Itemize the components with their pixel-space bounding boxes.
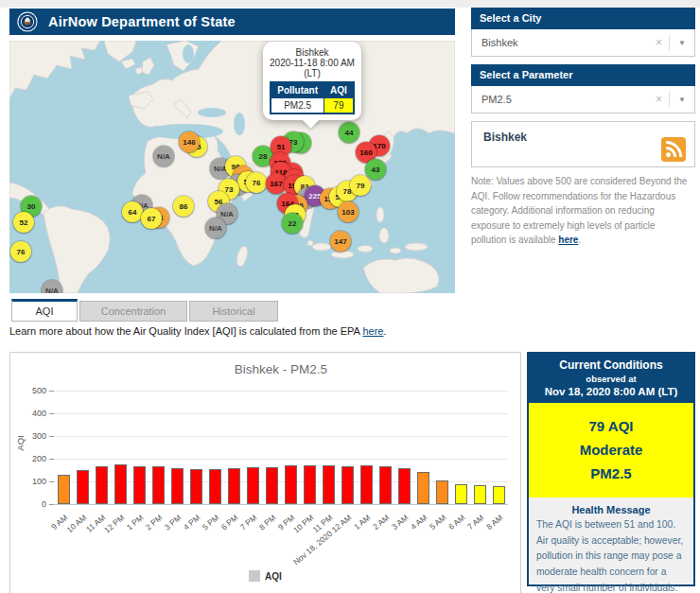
tab-historical[interactable]: Historical — [189, 301, 278, 322]
chart-bar — [304, 465, 316, 504]
rss-icon[interactable] — [661, 137, 686, 162]
chart-bar — [171, 468, 184, 504]
note-here-link[interactable]: here — [558, 235, 578, 245]
chart-bar — [323, 465, 335, 504]
aqi-marker[interactable]: 44 — [339, 122, 359, 143]
city-chevron-down-icon[interactable]: ▼ — [670, 39, 694, 47]
y-tick-mark — [49, 436, 54, 437]
chart-bar — [190, 469, 202, 504]
parameter-chevron-down-icon[interactable]: ▼ — [670, 96, 694, 104]
aqi-marker[interactable]: 67 — [141, 208, 162, 229]
chart-bar — [114, 464, 127, 504]
chart-bar — [228, 468, 240, 504]
aqi-marker[interactable]: 86 — [173, 196, 194, 217]
note-after: . — [578, 235, 581, 245]
aqi-chart-panel: Bishkek - PM2.5 AQI 01002003004005009 AM… — [9, 352, 521, 593]
page-top-margin — [0, 0, 700, 8]
chart-bar — [417, 472, 429, 504]
popup-col-aqi: AQI — [324, 82, 354, 98]
rss-city-label: Bishkek — [483, 131, 527, 144]
city-clear-icon[interactable]: × — [649, 36, 669, 49]
chart-bar — [398, 468, 411, 504]
select-city-header: Select a City — [471, 8, 695, 29]
select-parameter-panel: Select a Parameter PM2.5 × ▼ — [471, 64, 695, 113]
parameter-select-value: PM2.5 — [472, 94, 649, 105]
aqi-marker[interactable]: 64 — [122, 201, 143, 222]
tab-bar: AQI Concentration Historical — [11, 299, 280, 322]
aqi-marker[interactable]: 76 — [246, 172, 267, 193]
map-canvas[interactable]: 55146N/A305276N/AN/A64166786N/A98114N/A5… — [9, 41, 455, 293]
health-message-title: Health Message — [529, 504, 693, 515]
gridline — [54, 504, 508, 505]
dept-of-state-seal-icon — [17, 11, 38, 32]
legend-swatch — [249, 570, 260, 582]
parameter-clear-icon[interactable]: × — [649, 93, 669, 106]
aqi-marker[interactable]: 22 — [282, 213, 303, 234]
chart-bar — [247, 467, 259, 504]
aqi-marker[interactable]: 52 — [13, 212, 34, 233]
epa-here-link[interactable]: here — [362, 325, 383, 337]
gridline — [54, 436, 508, 437]
city-select[interactable]: Bishkek × ▼ — [471, 29, 695, 57]
y-tick-label: 300 — [18, 431, 46, 441]
chart-bar — [474, 485, 486, 504]
beyond-aqi-note: Note: Values above 500 are considered Be… — [471, 174, 691, 248]
app-header: AirNow Department of State — [9, 9, 455, 35]
tab-concentration[interactable]: Concentration — [79, 301, 187, 322]
y-tick-label: 500 — [18, 386, 46, 395]
learn-more-after: . — [383, 325, 386, 337]
aqi-marker[interactable]: 76 — [10, 241, 31, 262]
popup-datetime: 2020-11-18 8:00 AM — [265, 58, 359, 68]
current-conditions-header: Current Conditions observed at Nov 18, 2… — [529, 354, 693, 403]
y-tick-mark — [49, 391, 54, 392]
chart-bar — [379, 466, 392, 504]
chart-bar — [77, 470, 89, 504]
airnow-page: AirNow Department of State — [0, 0, 700, 593]
legend-label: AQI — [265, 571, 282, 582]
popup-city: Bishkek — [265, 47, 359, 58]
rss-feed-box: Bishkek — [471, 121, 695, 167]
map-popup: Bishkek 2020-11-18 8:00 AM (LT) Pollutan… — [263, 42, 361, 120]
gridline — [54, 459, 508, 460]
gridline — [54, 413, 508, 414]
cc-title: Current Conditions — [531, 358, 691, 372]
cc-aqi-box: 79 AQI Moderate PM2.5 — [529, 403, 693, 497]
aqi-marker[interactable]: N/A — [153, 146, 174, 166]
y-tick-mark — [49, 481, 54, 482]
chart-bar — [96, 466, 108, 504]
chart-bar — [436, 480, 448, 504]
popup-table: Pollutant AQI PM2.5 79 — [270, 81, 355, 114]
cc-category: Moderate — [529, 438, 693, 462]
popup-col-pollutant: Pollutant — [271, 82, 324, 98]
y-tick-mark — [49, 413, 54, 414]
aqi-marker[interactable]: 147 — [330, 231, 351, 252]
chart-bar — [455, 484, 467, 504]
city-select-value: Bishkek — [472, 37, 649, 48]
cc-subtitle: observed at — [531, 374, 691, 384]
aqi-marker[interactable]: 43 — [365, 159, 386, 180]
cc-datetime: Nov 18, 2020 8:00 AM (LT) — [531, 386, 691, 397]
aqi-marker[interactable]: 79 — [350, 175, 371, 196]
chart-plot: 01002003004005009 AM10 AM11 AM12 PM1 PM2… — [10, 353, 520, 593]
y-tick-mark — [49, 504, 54, 505]
aqi-marker[interactable]: 146 — [179, 131, 200, 152]
y-tick-label: 0 — [18, 499, 46, 509]
chart-bar — [133, 466, 146, 504]
y-tick-label: 200 — [18, 454, 46, 463]
page-title: AirNow Department of State — [48, 14, 236, 29]
chart-bar — [360, 465, 373, 504]
cc-pollutant: PM2.5 — [529, 462, 693, 485]
y-tick-label: 400 — [18, 409, 46, 418]
gridline — [54, 391, 508, 392]
chart-bar — [266, 467, 278, 504]
popup-timezone: (LT) — [265, 68, 359, 78]
tab-aqi[interactable]: AQI — [11, 299, 78, 322]
popup-pollutant-value: PM2.5 — [271, 98, 324, 114]
chart-legend[interactable]: AQI — [10, 570, 520, 582]
chart-bar — [58, 475, 70, 504]
aqi-marker[interactable]: N/A — [205, 218, 226, 238]
parameter-select[interactable]: PM2.5 × ▼ — [471, 86, 695, 113]
current-conditions-panel: Current Conditions observed at Nov 18, 2… — [527, 352, 695, 586]
aqi-marker[interactable]: 103 — [338, 201, 359, 222]
learn-more-text: Learn more about how the Air Quality Ind… — [9, 325, 386, 337]
